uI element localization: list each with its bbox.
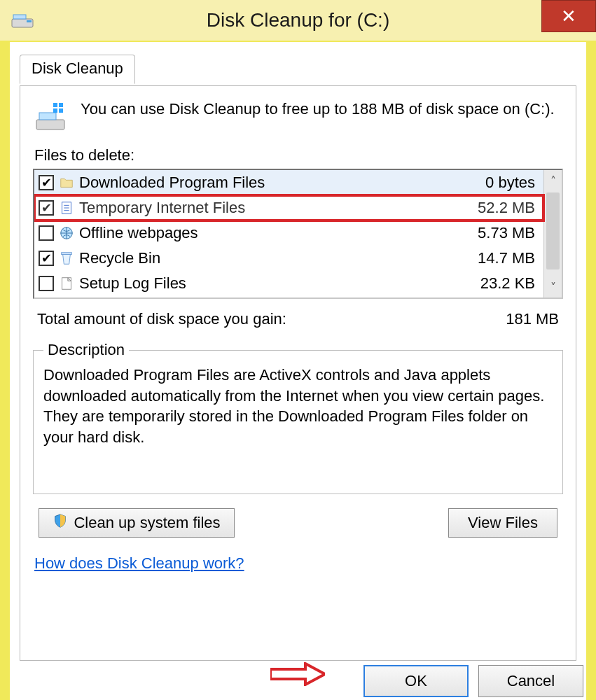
file-row[interactable]: Offline webpages5.73 MB — [34, 220, 543, 246]
close-icon: ✕ — [561, 6, 576, 27]
svg-rect-8 — [59, 108, 63, 113]
file-size: 52.2 MB — [478, 199, 539, 217]
description-group: Description Downloaded Program Files are… — [33, 341, 563, 494]
file-name: Setup Log Files — [79, 274, 476, 293]
svg-rect-5 — [53, 103, 57, 107]
help-link[interactable]: How does Disk Cleanup work? — [34, 554, 244, 573]
cancel-label: Cancel — [507, 672, 555, 690]
total-row: Total amount of disk space you gain: 181… — [37, 310, 559, 328]
dialog-button-row: OK Cancel — [363, 665, 583, 697]
cleanup-system-files-label: Clean up system files — [74, 514, 220, 532]
file-row[interactable]: Setup Log Files23.2 KB — [34, 271, 543, 296]
svg-rect-0 — [12, 19, 33, 27]
window-title: Disk Cleanup for (C:) — [0, 9, 596, 31]
files-listbox[interactable]: ✔Downloaded Program Files0 bytes✔Tempora… — [33, 169, 563, 299]
file-row[interactable]: ✔Downloaded Program Files0 bytes — [34, 170, 543, 195]
intro-row: You can use Disk Cleanup to free up to 1… — [33, 99, 563, 134]
file-name: Downloaded Program Files — [79, 174, 481, 192]
titlebar: Disk Cleanup for (C:) ✕ — [0, 0, 596, 41]
app-icon — [10, 10, 35, 30]
bin-icon — [58, 250, 75, 267]
file-size: 23.2 KB — [480, 274, 539, 293]
file-checkbox[interactable] — [39, 225, 54, 241]
cancel-button[interactable]: Cancel — [478, 665, 583, 697]
description-legend: Description — [43, 341, 129, 359]
page-icon — [58, 200, 75, 216]
svg-rect-7 — [53, 108, 57, 113]
intro-text: You can use Disk Cleanup to free up to 1… — [81, 99, 555, 134]
cleanup-system-files-button[interactable]: Clean up system files — [39, 508, 235, 538]
annotation-arrow-icon — [270, 662, 325, 690]
tab-strip: Disk Cleanup — [10, 55, 586, 87]
file-name: Recycle Bin — [79, 249, 473, 267]
tab-panel: You can use Disk Cleanup to free up to 1… — [20, 85, 576, 661]
file-row[interactable]: ✔Recycle Bin14.7 MB — [34, 246, 543, 271]
close-button[interactable]: ✕ — [541, 0, 596, 32]
description-text: Downloaded Program Files are ActiveX con… — [43, 365, 553, 484]
view-files-button[interactable]: View Files — [448, 508, 557, 538]
tab-label: Disk Cleanup — [32, 59, 123, 77]
file-icon — [58, 275, 75, 292]
scroll-down-icon[interactable]: ˅ — [544, 276, 562, 298]
svg-rect-6 — [59, 103, 63, 107]
shield-icon — [53, 513, 68, 533]
dialog-window: Disk Cleanup for (C:) ✕ Disk Cleanup — [0, 0, 596, 700]
svg-rect-4 — [39, 113, 56, 120]
client-area: Disk Cleanup Y — [10, 42, 586, 700]
svg-rect-1 — [13, 15, 26, 19]
file-name: Offline webpages — [79, 224, 473, 242]
file-row[interactable]: ✔Temporary Internet Files52.2 MB — [34, 195, 543, 220]
files-to-delete-label: Files to delete: — [34, 146, 562, 164]
disk-cleanup-icon — [33, 100, 68, 134]
file-name: Temporary Internet Files — [79, 199, 473, 217]
file-checkbox[interactable] — [39, 276, 54, 291]
total-value: 181 MB — [506, 310, 559, 328]
file-size: 0 bytes — [485, 174, 539, 192]
folder-icon — [58, 174, 75, 191]
scroll-up-icon[interactable]: ˄ — [544, 170, 562, 191]
tab-disk-cleanup[interactable]: Disk Cleanup — [20, 55, 135, 84]
file-size: 5.73 MB — [478, 224, 539, 242]
svg-rect-3 — [36, 120, 64, 130]
file-size: 14.7 MB — [478, 249, 539, 267]
scrollbar[interactable]: ˄ ˅ — [543, 170, 562, 298]
file-checkbox[interactable]: ✔ — [39, 251, 54, 266]
ok-button[interactable]: OK — [363, 665, 469, 697]
svg-marker-17 — [270, 664, 325, 685]
view-files-label: View Files — [468, 514, 538, 532]
ok-label: OK — [405, 672, 427, 690]
total-label: Total amount of disk space you gain: — [37, 310, 286, 328]
file-checkbox[interactable]: ✔ — [39, 175, 54, 190]
svg-rect-2 — [27, 20, 32, 22]
svg-rect-14 — [62, 253, 72, 255]
scroll-thumb[interactable] — [546, 192, 560, 270]
help-link-label: How does Disk Cleanup work? — [34, 554, 244, 572]
action-button-row: Clean up system files View Files — [33, 508, 563, 538]
file-checkbox[interactable]: ✔ — [39, 200, 54, 216]
globe-icon — [58, 225, 75, 241]
